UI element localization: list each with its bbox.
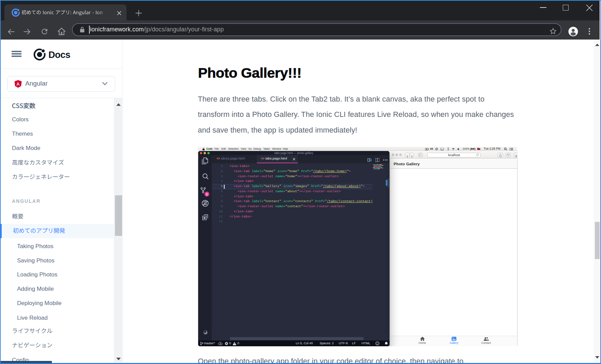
svg-text:A: A (16, 81, 20, 87)
svg-text:2: 2 (206, 193, 208, 196)
